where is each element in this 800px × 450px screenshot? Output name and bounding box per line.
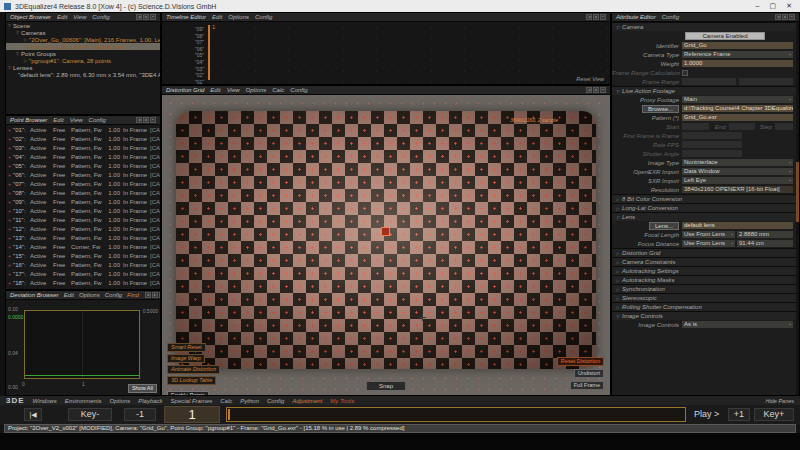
pane-control-icon[interactable]: ▪ (150, 14, 156, 20)
point-row[interactable]: + "06": Active Free Pattern, Fw 1.00 In … (6, 170, 160, 179)
pane-control-icon[interactable]: ▸ (143, 117, 149, 123)
main-menu-item[interactable]: Windows (33, 398, 57, 404)
camera-type-dropdown[interactable]: Reference Frame ▪ (682, 51, 793, 58)
deviation-browser-menu-item[interactable]: Find (127, 292, 139, 298)
object-tree-row[interactable]: ▽ Scene (6, 22, 160, 29)
pane-control-icon[interactable]: ▪ (600, 14, 606, 20)
timeline-playhead[interactable] (208, 25, 210, 80)
viewport-tool-button[interactable]: Animate Distortion (167, 365, 220, 374)
viewport-tool-button[interactable]: Smart Reset (167, 343, 206, 352)
tree-triangle-icon[interactable]: ▽ (16, 30, 19, 35)
distortion-grid-image[interactable] (176, 111, 596, 369)
point-browser-menu-item[interactable]: Point Browser (10, 117, 47, 123)
section-triangle-icon[interactable]: ▷ (616, 260, 619, 265)
image-controls-dropdown[interactable]: As is ▪ (682, 321, 793, 328)
object-tree-row[interactable]: ▷ "2Over_Go_00606": [Main], 216 Frames, … (6, 36, 160, 43)
window-control-button[interactable]: – (756, 0, 760, 12)
viewport[interactable]: 3840x2160, 2 sample Smart ResetImage War… (162, 95, 610, 395)
identifier-field[interactable]: Grid_Go (682, 42, 793, 49)
object-browser-menu-item[interactable]: Config (92, 14, 109, 20)
attribute-editor-scrollbar[interactable] (796, 22, 799, 395)
section-triangle-icon[interactable]: ▷ (616, 251, 619, 256)
section-triangle-icon[interactable]: ▷ (616, 269, 619, 274)
pane-control-icon[interactable]: ▸ (143, 14, 149, 20)
point-row[interactable]: + "02": Active Free Pattern, Fw 1.00 In … (6, 134, 160, 143)
section-image-controls[interactable]: ▽ Image Controls (612, 311, 799, 320)
main-menu-item[interactable]: Playback (138, 398, 162, 404)
sxr-import-dropdown[interactable]: Left Eye ▪ (682, 177, 793, 184)
shutter-angle-field[interactable] (682, 150, 742, 157)
image-type-dropdown[interactable]: Noninterlace ▪ (682, 159, 793, 166)
object-browser-menu-item[interactable]: View (73, 14, 86, 20)
focus-distance-dropdown[interactable]: Use From Lens ▪ (682, 240, 735, 247)
point-row[interactable]: + "07": Active Free Pattern, Fw 1.00 In … (6, 179, 160, 188)
pane-control-icon[interactable]: ◂ (136, 117, 142, 123)
pane-control-icon[interactable]: ◂ (136, 14, 142, 20)
deviation-browser-menu-item[interactable]: Config (105, 292, 122, 298)
deviation-browser-menu-item[interactable]: Edit (64, 292, 74, 298)
focal-length-dropdown[interactable]: Use From Lens ▪ (682, 231, 735, 238)
first-frame-field[interactable] (682, 132, 742, 139)
collapsed-section[interactable]: ▷ Autotracking Settings (612, 266, 799, 275)
point-row[interactable]: + "17": Active Free Pattern, Fw 1.00 In … (6, 269, 160, 278)
tree-triangle-icon[interactable]: ▷ (24, 58, 27, 63)
timeline-editor-menu-item[interactable]: Config (255, 14, 272, 20)
key-minus-button[interactable]: Key- (68, 408, 112, 421)
pane-control-icon[interactable]: ◂ (775, 14, 781, 20)
pane-control-icon[interactable]: ▪ (789, 14, 795, 20)
point-row[interactable]: + "01": Active Free Pattern, Fw 1.00 In … (6, 125, 160, 134)
step-field[interactable] (775, 123, 793, 130)
main-menu-item[interactable]: Python (240, 398, 259, 404)
section-triangle-icon[interactable]: ▽ (616, 89, 619, 94)
distortion-grid-menu-item[interactable]: View (227, 87, 240, 93)
tree-triangle-icon[interactable]: ▷ (24, 37, 27, 42)
weight-field[interactable]: 1.0000 (682, 60, 793, 67)
end-field[interactable] (729, 123, 756, 130)
point-row[interactable]: + "09": Active Free Pattern, Fw 1.00 In … (6, 197, 160, 206)
key-plus-button[interactable]: Key+ (754, 408, 794, 421)
timeline-content[interactable]: "09""08""07""06""05""04""03""02""01" 1 R… (162, 22, 610, 84)
section-triangle-icon[interactable]: ▷ (616, 206, 619, 211)
viewport-tool-button[interactable]: Image Warp (167, 354, 205, 363)
tree-triangle-icon[interactable]: ▽ (16, 51, 19, 56)
selected-point-marker[interactable] (381, 227, 390, 236)
pane-control-icon[interactable]: ▸ (593, 14, 599, 20)
object-tree-row[interactable]: ▽ Cameras (6, 29, 160, 36)
object-tree-row[interactable]: "Grid_Go": 1.00, Lens = "default lens" (6, 43, 160, 50)
reset-view-button[interactable]: Reset View (576, 76, 604, 82)
point-row[interactable]: + "18": Active Free Pattern, Fw 1.00 In … (6, 278, 160, 287)
hide-panes-button[interactable]: Hide Panes (766, 398, 794, 404)
timeline-slider[interactable] (226, 407, 686, 422)
collapsed-section[interactable]: ▷ Camera Constraints (612, 257, 799, 266)
pane-control-icon[interactable]: ▸ (152, 292, 158, 298)
timeline-editor-menu-item[interactable]: Options (228, 14, 249, 20)
lens-field[interactable]: default lens (682, 222, 793, 229)
viewport-tool-button[interactable]: 3D Lookup Table (167, 376, 216, 385)
show-all-button[interactable]: Show All (128, 384, 157, 393)
frame-minus-one-button[interactable]: -1 (124, 408, 156, 421)
point-row[interactable]: + "13": Active Free Pattern, Fw 1.00 In … (6, 233, 160, 242)
section-live-action-footage[interactable]: ▽ Live Action Footage (612, 86, 799, 95)
main-menu-item[interactable]: Calc (220, 398, 232, 404)
point-browser-menu-item[interactable]: Edit (53, 117, 63, 123)
point-browser-menu-item[interactable]: Config (89, 117, 106, 123)
section-triangle-icon[interactable]: ▷ (616, 197, 619, 202)
point-row[interactable]: + "08": Active Free Pattern, Fw 1.00 In … (6, 188, 160, 197)
distortion-grid-menu-item[interactable]: Distortion Grid (166, 87, 204, 93)
section-triangle-icon[interactable]: ▽ (616, 314, 619, 319)
section-triangle-icon[interactable]: ▷ (616, 296, 619, 301)
pane-control-icon[interactable]: ▸ (593, 87, 599, 93)
rate-fps-field[interactable] (682, 141, 742, 148)
footage-path-field[interactable]: d:\Tracking Course\4 Chapter 3DEqualizer… (682, 105, 793, 112)
point-row[interactable]: + "14": Active Free Corner, Fw 1.00 In F… (6, 242, 160, 251)
pane-control-icon[interactable]: ◂ (586, 14, 592, 20)
collapsed-section[interactable]: ▷ Synchronization (612, 284, 799, 293)
section-triangle-icon[interactable]: ▽ (616, 215, 619, 220)
viewport-mode-button[interactable]: Full Frame (570, 381, 604, 390)
frame-plus-one-button[interactable]: +1 (728, 408, 750, 421)
distortion-grid-menu-item[interactable]: Calc (272, 87, 284, 93)
play-button[interactable]: Play > (694, 409, 719, 419)
collapsed-section[interactable]: ▷ Autotracking Masks (612, 275, 799, 284)
deviation-browser-menu-item[interactable]: Options (79, 292, 100, 298)
lens-button[interactable]: Lens... (649, 222, 679, 230)
